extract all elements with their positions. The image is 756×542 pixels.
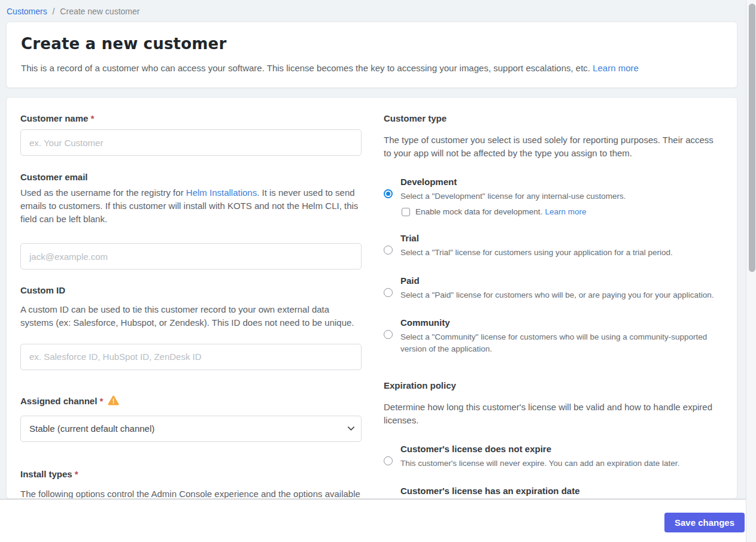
page-scrollbar[interactable] [746,0,756,542]
option-description: Select a "Paid" license for customers wh… [400,289,719,301]
customer-type-option-paid[interactable]: Paid Select a "Paid" license for custome… [384,275,719,301]
form-left-column: Customer name* Customer email Used as th… [20,113,362,474]
helm-installations-link[interactable]: Helm Installations [186,187,257,198]
customer-type-option-trial[interactable]: Trial Select a "Trial" license for custo… [384,233,719,259]
required-asterisk: * [75,469,78,479]
customer-type-description: The type of customer you select is used … [384,134,719,160]
option-description: Select a "Community" license for custome… [400,331,719,355]
custom-id-description: A custom ID can be used to tie this cust… [20,303,362,329]
page-description-text: This is a record of a customer who can a… [21,63,590,73]
custom-id-input[interactable] [20,344,362,370]
mock-data-checkbox-label: Enable mock data for development. [415,207,542,216]
option-title: Customer's license does not expire [400,444,719,454]
install-types-description: The following options control the Admin … [20,488,362,499]
assigned-channel-select[interactable]: Stable (current default channel) [20,416,362,442]
expiration-policy-heading: Expiration policy [384,380,719,390]
customer-email-description: Used as the username for the registry fo… [20,186,362,225]
save-changes-button[interactable]: Save changes [664,513,745,532]
header-learn-more-link[interactable]: Learn more [593,63,639,73]
assigned-channel-label: Assigned channel* [20,395,362,406]
option-title: Customer's license has an expiration dat… [400,486,719,496]
required-asterisk: * [90,113,94,123]
page-content: Customers / Create new customer Create a… [0,0,746,542]
radio-license-does-not-expire[interactable] [384,456,393,465]
customer-type-section: Customer type The type of customer you s… [384,113,719,355]
customer-email-label: Customer email [20,172,362,182]
customer-name-field: Customer name* [20,113,362,156]
option-title: Trial [400,233,719,243]
breadcrumb-current: Create new customer [60,7,139,16]
breadcrumb-customers-link[interactable]: Customers [7,7,47,16]
customer-email-input[interactable] [20,243,362,270]
option-description: Select a "Trial" license for customers u… [400,247,719,259]
radio-trial[interactable] [384,246,393,255]
customer-email-field: Customer email Used as the username for … [20,172,362,270]
expiration-option-has-date[interactable]: Customer's license has an expiration dat… [384,486,719,499]
radio-community[interactable] [384,330,393,339]
install-types-field: Install types* The following options con… [20,469,362,499]
form-right-column: Customer type The type of customer you s… [384,113,719,474]
option-title: Development [400,177,719,187]
breadcrumb: Customers / Create new customer [0,0,746,22]
expiration-policy-description: Determine how long this customer's licen… [384,401,719,427]
customer-name-input[interactable] [20,129,362,156]
mock-data-checkbox[interactable] [402,208,410,216]
radio-paid[interactable] [384,288,393,297]
option-description: This customer's license will never expir… [400,458,719,470]
scrollbar-thumb[interactable] [749,4,755,272]
install-types-label: Install types* [20,469,362,479]
expiration-policy-section: Expiration policy Determine how long thi… [384,380,719,499]
custom-id-label: Custom ID [20,285,362,295]
mock-data-learn-more-link[interactable]: Learn more [545,207,586,216]
save-footer-bar: Save changes [0,499,746,542]
page-header-card: Create a new customer This is a record o… [6,22,737,88]
assigned-channel-select-wrap: Stable (current default channel) [20,416,362,442]
warning-icon [108,395,119,405]
page-title: Create a new customer [21,35,722,53]
breadcrumb-separator: / [53,7,55,16]
mock-data-checkbox-row[interactable]: Enable mock data for development. Learn … [402,207,719,216]
option-description: Select a "Development" license for any i… [400,190,719,202]
radio-development[interactable] [384,189,393,198]
customer-type-option-development[interactable]: Development Select a "Development" licen… [384,177,719,217]
option-title: Community [400,317,719,328]
required-asterisk: * [99,396,103,406]
option-title: Paid [400,275,719,286]
customer-name-label: Customer name* [20,113,362,123]
assigned-channel-field: Assigned channel* Stable (current defaul… [20,395,362,442]
custom-id-field: Custom ID A custom ID can be used to tie… [20,285,362,370]
expiration-option-no-expire[interactable]: Customer's license does not expire This … [384,444,719,470]
customer-type-heading: Customer type [384,113,719,123]
customer-form-card: Customer name* Customer email Used as th… [6,97,737,499]
customer-type-option-community[interactable]: Community Select a "Community" license f… [384,317,719,355]
page-description: This is a record of a customer who can a… [21,63,722,73]
